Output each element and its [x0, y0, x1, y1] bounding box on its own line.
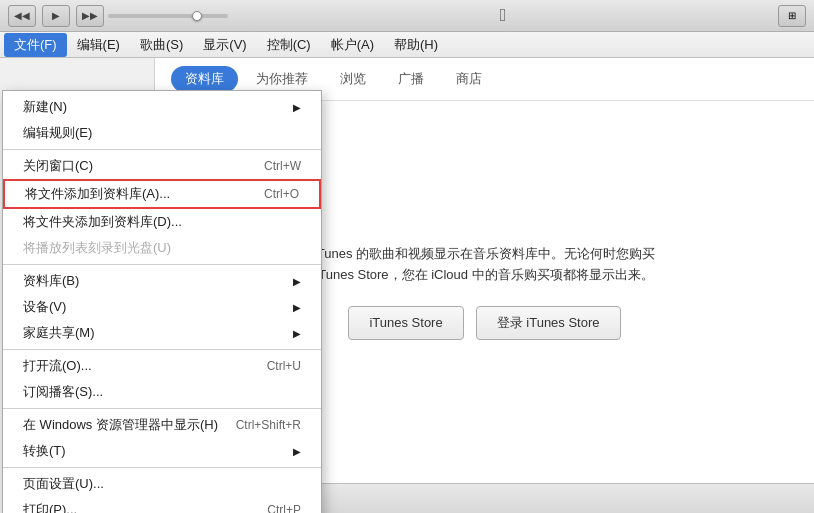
dd-close[interactable]: 关闭窗口(C) Ctrl+W [3, 153, 321, 179]
menu-file[interactable]: 文件(F) [4, 33, 67, 57]
dd-openstream-label: 打开流(O)... [23, 357, 92, 375]
dd-convert-label: 转换(T) [23, 442, 66, 460]
dd-addfolder-label: 将文件夹添加到资料库(D)... [23, 213, 182, 231]
apple-logo-icon:  [500, 5, 507, 26]
store-description-text: iTunes 的歌曲和视频显示在音乐资料库中。无论何时您购买 iTunes St… [314, 246, 655, 282]
title-bar: ◀◀ ▶ ▶▶  ⊞ [0, 0, 814, 32]
dd-sep-2 [3, 264, 321, 265]
dd-library-arrow: ▶ [293, 276, 301, 287]
dd-devices[interactable]: 设备(V) ▶ [3, 294, 321, 320]
dd-openstream[interactable]: 打开流(O)... Ctrl+U [3, 353, 321, 379]
dd-new-arrow: ▶ [293, 102, 301, 113]
menu-help[interactable]: 帮助(H) [384, 33, 448, 57]
itunes-store-button[interactable]: iTunes Store [348, 306, 463, 340]
dd-addfolder[interactable]: 将文件夹添加到资料库(D)... [3, 209, 321, 235]
tab-browse[interactable]: 浏览 [326, 66, 380, 92]
tab-radio[interactable]: 广播 [384, 66, 438, 92]
dd-new[interactable]: 新建(N) ▶ [3, 94, 321, 120]
dd-print[interactable]: 打印(P)... Ctrl+P [3, 497, 321, 513]
menu-view[interactable]: 显示(V) [193, 33, 256, 57]
file-dropdown: 新建(N) ▶ 编辑规则(E) 关闭窗口(C) Ctrl+W 将文件添加到资料库… [2, 90, 322, 513]
dd-addfile[interactable]: 将文件添加到资料库(A)... Ctrl+O [3, 179, 321, 209]
playback-controls: ◀◀ ▶ ▶▶ [8, 5, 104, 27]
title-bar-center:  [228, 5, 778, 26]
play-button[interactable]: ▶ [42, 5, 70, 27]
dd-sep-4 [3, 408, 321, 409]
rewind-button[interactable]: ◀◀ [8, 5, 36, 27]
dd-subscribe[interactable]: 订阅播客(S)... [3, 379, 321, 405]
dd-devices-label: 设备(V) [23, 298, 66, 316]
menu-bar: 文件(F) 编辑(E) 歌曲(S) 显示(V) 控制(C) 帐户(A) 帮助(H… [0, 32, 814, 58]
dd-editrule[interactable]: 编辑规则(E) [3, 120, 321, 146]
tab-library[interactable]: 资料库 [171, 66, 238, 92]
progress-area [108, 14, 228, 18]
dd-sep-5 [3, 467, 321, 468]
tab-store[interactable]: 商店 [442, 66, 496, 92]
menu-account[interactable]: 帐户(A) [321, 33, 384, 57]
menu-edit[interactable]: 编辑(E) [67, 33, 130, 57]
dd-library-label: 资料库(B) [23, 272, 79, 290]
menu-control[interactable]: 控制(C) [257, 33, 321, 57]
dd-pagesetup[interactable]: 页面设置(U)... [3, 471, 321, 497]
grid-icon: ⊞ [788, 10, 796, 21]
store-buttons: iTunes Store 登录 iTunes Store [348, 306, 620, 340]
dd-homesharing[interactable]: 家庭共享(M) ▶ [3, 320, 321, 346]
signin-store-button[interactable]: 登录 iTunes Store [476, 306, 621, 340]
dd-close-label: 关闭窗口(C) [23, 157, 93, 175]
dd-print-shortcut: Ctrl+P [267, 503, 301, 513]
dd-showexplorer[interactable]: 在 Windows 资源管理器中显示(H) Ctrl+Shift+R [3, 412, 321, 438]
dd-addfile-shortcut: Ctrl+O [264, 187, 299, 201]
dd-showexplorer-shortcut: Ctrl+Shift+R [236, 418, 301, 432]
dd-sep-3 [3, 349, 321, 350]
dd-showexplorer-label: 在 Windows 资源管理器中显示(H) [23, 416, 218, 434]
dd-subscribe-label: 订阅播客(S)... [23, 383, 103, 401]
dd-pagesetup-label: 页面设置(U)... [23, 475, 104, 493]
dd-convert-arrow: ▶ [293, 446, 301, 457]
menu-song[interactable]: 歌曲(S) [130, 33, 193, 57]
dd-burn-label: 将播放列表刻录到光盘(U) [23, 239, 171, 257]
tab-recommended[interactable]: 为你推荐 [242, 66, 322, 92]
grid-button[interactable]: ⊞ [778, 5, 806, 27]
progress-thumb [192, 11, 202, 21]
dd-convert[interactable]: 转换(T) ▶ [3, 438, 321, 464]
progress-track[interactable] [108, 14, 228, 18]
dd-sep-1 [3, 149, 321, 150]
dd-close-shortcut: Ctrl+W [264, 159, 301, 173]
dd-print-label: 打印(P)... [23, 501, 77, 513]
dd-burn: 将播放列表刻录到光盘(U) [3, 235, 321, 261]
dd-openstream-shortcut: Ctrl+U [267, 359, 301, 373]
forward-button[interactable]: ▶▶ [76, 5, 104, 27]
dd-library[interactable]: 资料库(B) ▶ [3, 268, 321, 294]
dd-addfile-label: 将文件添加到资料库(A)... [25, 185, 170, 203]
dd-homesharing-arrow: ▶ [293, 328, 301, 339]
store-description: iTunes 的歌曲和视频显示在音乐资料库中。无论何时您购买 iTunes St… [295, 244, 675, 286]
dd-editrule-label: 编辑规则(E) [23, 124, 92, 142]
dd-homesharing-label: 家庭共享(M) [23, 324, 95, 342]
dd-devices-arrow: ▶ [293, 302, 301, 313]
dd-new-label: 新建(N) [23, 98, 67, 116]
